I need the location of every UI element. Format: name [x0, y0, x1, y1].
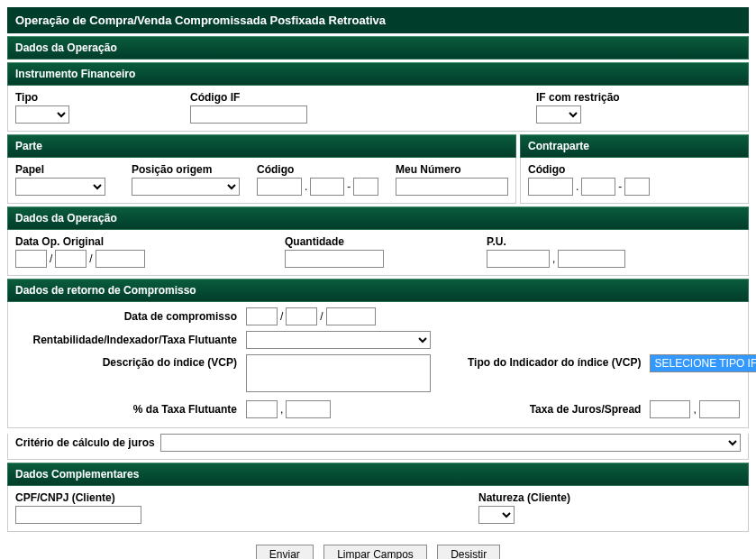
data-comp-dd[interactable] [246, 307, 278, 325]
section-dados-operacao-mid: Dados da Operação [7, 206, 749, 230]
page-title: Operação de Compra/Venda Compromissada P… [7, 7, 749, 33]
rentabilidade-select[interactable] [246, 331, 431, 349]
contraparte-body: Código . - [520, 158, 749, 204]
cpf-label: CPF/CNPJ (Cliente) [15, 491, 475, 504]
descricao-label: Descrição do índice (VCP) [15, 354, 241, 369]
section-dados-operacao-top: Dados da Operação [7, 36, 749, 60]
slash-sep: / [88, 252, 93, 265]
data-op-label: Data Op. Original [15, 235, 281, 248]
papel-label: Papel [15, 163, 128, 176]
rentabilidade-label: Rentabilidade/Indexador/Taxa Flutuante [15, 334, 241, 346]
criterio-row: Critério de cálculo de juros [7, 434, 749, 460]
contraparte-codigo-label: Código [528, 163, 741, 176]
slash-sep: / [319, 310, 323, 323]
quantidade-input[interactable] [285, 250, 384, 268]
enviar-button[interactable]: Enviar [256, 545, 314, 559]
if-restricao-label: IF com restrição [536, 91, 620, 104]
taxa-juros-dec[interactable] [699, 400, 740, 418]
contraparte-codigo-1[interactable] [528, 178, 573, 196]
codigo-if-input[interactable] [190, 105, 307, 124]
quantidade-label: Quantidade [285, 235, 483, 248]
codigo-if-label: Código IF [190, 91, 533, 104]
parte-codigo-label: Código [257, 163, 392, 176]
data-op-dd[interactable] [15, 250, 47, 268]
data-op-yyyy[interactable] [96, 250, 145, 268]
cpf-input[interactable] [15, 506, 141, 524]
natureza-select[interactable] [478, 506, 515, 524]
section-retorno: Dados de retorno de Compromisso [7, 279, 749, 302]
tipo-select[interactable] [15, 105, 69, 124]
tipo-indicador-select[interactable]: SELECIONE TIPO IF [650, 354, 756, 372]
instrumento-body: Tipo Código IF IF com restrição [7, 86, 749, 132]
contraparte-codigo-2[interactable] [581, 178, 615, 196]
papel-select[interactable] [15, 178, 105, 196]
section-contraparte: Contraparte [520, 134, 749, 158]
comma-sep: , [279, 403, 284, 416]
dot-sep: . [304, 180, 308, 193]
section-complementares: Dados Complementares [7, 463, 749, 486]
meu-numero-label: Meu Número [396, 163, 508, 176]
data-comp-mm[interactable] [286, 307, 317, 325]
dados-operacao-body: Data Op. Original / / Quantidade P.U. , [7, 230, 749, 276]
dot-sep: . [575, 180, 579, 193]
limpar-button[interactable]: Limpar Campos [323, 545, 427, 559]
taxa-juros-int[interactable] [650, 400, 690, 418]
parte-codigo-1[interactable] [257, 178, 302, 196]
criterio-select[interactable] [160, 434, 741, 452]
section-instrumento: Instrumento Financeiro [7, 62, 749, 86]
retorno-body: Data de compromisso / / Rentabilidade/In… [7, 302, 749, 428]
pu-label: P.U. [487, 235, 625, 248]
data-op-mm[interactable] [55, 250, 87, 268]
descricao-textarea[interactable] [246, 354, 431, 392]
button-bar: Enviar Limpar Campos Desistir [7, 545, 749, 559]
taxa-juros-label: Taxa de Juros/Spread [468, 403, 644, 416]
pct-taxa-label: % da Taxa Flutuante [15, 403, 241, 416]
comma-sep: , [692, 403, 697, 416]
contraparte-codigo-3[interactable] [624, 178, 650, 196]
if-restricao-select[interactable] [536, 105, 581, 124]
data-comp-yyyy[interactable] [326, 307, 376, 325]
section-parte: Parte [7, 134, 516, 158]
data-comp-label: Data de compromisso [15, 310, 241, 323]
comma-sep: , [551, 252, 556, 265]
pct-taxa-dec[interactable] [286, 400, 331, 418]
pu-int[interactable] [487, 250, 550, 268]
dash-sep: - [617, 180, 623, 193]
slash-sep: / [279, 310, 284, 323]
natureza-label: Natureza (Cliente) [478, 491, 570, 504]
slash-sep: / [49, 252, 53, 265]
posicao-origem-label: Posição origem [132, 163, 253, 176]
parte-body: Papel Posição origem Código . - [7, 158, 516, 204]
tipo-label: Tipo [15, 91, 187, 104]
meu-numero-input[interactable] [396, 178, 508, 196]
criterio-label: Critério de cálculo de juros [15, 436, 155, 449]
desistir-button[interactable]: Desistir [437, 545, 500, 559]
parte-codigo-3[interactable] [353, 178, 378, 196]
tipo-indicador-label: Tipo do Indicador do índice (VCP) [468, 354, 644, 369]
complementares-body: CPF/CNPJ (Cliente) Natureza (Cliente) [7, 486, 749, 532]
dash-sep: - [346, 180, 351, 193]
posicao-origem-select[interactable] [132, 178, 240, 196]
pu-dec[interactable] [558, 250, 625, 268]
pct-taxa-int[interactable] [246, 400, 278, 418]
parte-codigo-2[interactable] [310, 178, 344, 196]
